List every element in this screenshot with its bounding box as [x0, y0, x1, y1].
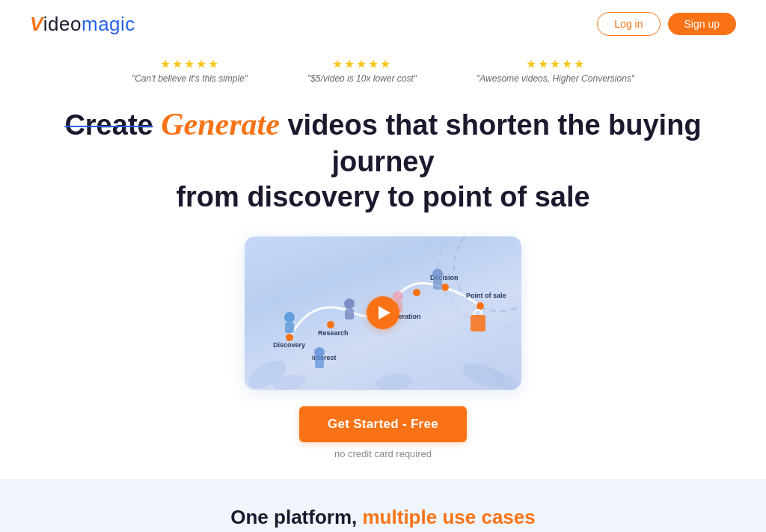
- quote-1: "Can't believe it's this simple": [132, 73, 248, 84]
- svg-point-4: [375, 372, 414, 389]
- stars-2: ★★★★★: [332, 57, 392, 71]
- svg-point-10: [413, 289, 420, 296]
- play-button[interactable]: [367, 296, 399, 329]
- quote-3: "Awesome videos, Higher Conversions": [477, 73, 634, 84]
- header: V ideo magic Log in Sign up: [0, 0, 766, 48]
- svg-point-8: [327, 321, 334, 328]
- svg-point-6: [439, 236, 521, 326]
- header-buttons: Log in Sign up: [597, 12, 736, 36]
- svg-rect-28: [433, 279, 442, 290]
- svg-point-7: [286, 334, 293, 341]
- bottom-title-plain: One platform,: [230, 506, 362, 528]
- svg-point-19: [284, 312, 295, 322]
- cta-section: Get Started - Free no credit card requir…: [0, 400, 766, 464]
- word-generate: Generate: [161, 107, 280, 141]
- bottom-title: One platform, multiple use cases: [30, 506, 736, 529]
- hero-title: Create Generate videos that shorten the …: [45, 105, 721, 215]
- svg-rect-29: [471, 315, 485, 331]
- svg-rect-24: [315, 358, 324, 368]
- logo: V ideo magic: [30, 13, 135, 36]
- hero-line1: Create Generate videos that shorten the …: [45, 105, 721, 180]
- stars-1: ★★★★★: [160, 57, 220, 71]
- svg-point-11: [441, 284, 449, 291]
- svg-point-27: [432, 269, 443, 279]
- quote-2: "$5/video is 10x lower cost": [307, 73, 417, 84]
- svg-point-23: [314, 347, 325, 358]
- svg-point-5: [454, 236, 521, 311]
- logo-v-icon: V: [30, 13, 43, 36]
- svg-text:Point of sale: Point of sale: [466, 292, 506, 299]
- svg-point-21: [344, 299, 355, 309]
- video-box[interactable]: Discovery Research Consideration Decisio…: [245, 236, 521, 390]
- no-credit-card-text: no credit card required: [0, 448, 766, 459]
- rating-2: ★★★★★ "$5/video is 10x lower cost": [307, 57, 417, 84]
- word-create: Create: [64, 109, 153, 141]
- get-started-button[interactable]: Get Started - Free: [299, 406, 467, 442]
- svg-rect-20: [285, 322, 294, 333]
- ratings-row: ★★★★★ "Can't believe it's this simple" ★…: [0, 48, 766, 88]
- svg-point-25: [393, 291, 403, 302]
- hero-section: Create Generate videos that shorten the …: [0, 88, 766, 223]
- play-icon: [379, 306, 390, 319]
- video-container: Discovery Research Consideration Decisio…: [0, 236, 766, 390]
- login-button[interactable]: Log in: [597, 12, 660, 36]
- logo-ideo: ideo: [43, 13, 82, 36]
- bottom-section: One platform, multiple use cases E-Comme…: [0, 479, 766, 533]
- svg-text:Research: Research: [318, 329, 349, 337]
- rating-1: ★★★★★ "Can't believe it's this simple": [132, 57, 248, 84]
- bottom-title-highlight: multiple use cases: [363, 506, 536, 528]
- signup-button[interactable]: Sign up: [668, 13, 736, 35]
- svg-point-12: [477, 302, 484, 310]
- hero-line2: from discovery to point of sale: [45, 180, 721, 215]
- hero-line1-rest: videos that shorten the buying journey: [287, 109, 701, 177]
- logo-magic: magic: [82, 13, 135, 36]
- svg-rect-22: [345, 309, 354, 319]
- stars-3: ★★★★★: [526, 57, 586, 71]
- rating-3: ★★★★★ "Awesome videos, Higher Conversion…: [477, 57, 634, 84]
- svg-text:Discovery: Discovery: [273, 341, 305, 349]
